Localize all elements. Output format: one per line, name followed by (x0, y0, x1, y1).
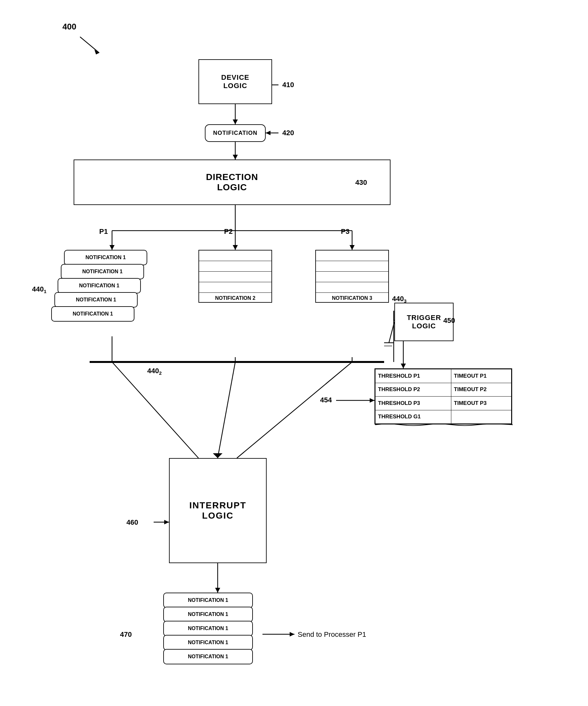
label-440-1: 4401 (32, 285, 46, 294)
svg-line-24 (112, 362, 199, 458)
svg-marker-1 (94, 50, 99, 54)
svg-marker-31 (215, 588, 220, 593)
threshold-table: THRESHOLD P1 TIMEOUT P1 THRESHOLD P2 TIM… (375, 368, 512, 424)
p3-queue-box: NOTIFICATION 3 (315, 250, 389, 303)
threshold-row-3: THRESHOLD P3 TIMEOUT P3 (375, 397, 511, 410)
interrupt-logic-box: INTERRUPT LOGIC (169, 458, 267, 563)
timeout-p3-cell: TIMEOUT P3 (451, 397, 511, 410)
threshold-row-2: THRESHOLD P2 TIMEOUT P2 (375, 383, 511, 397)
svg-marker-29 (164, 520, 169, 524)
threshold-p2-cell: THRESHOLD P2 (375, 383, 451, 397)
out-notif-5: NOTIFICATION 1 (163, 649, 253, 664)
p1-notif-4: NOTIFICATION 1 (54, 292, 138, 308)
svg-marker-27 (213, 453, 222, 458)
send-to-label: Send to Processer P1 (298, 630, 366, 639)
direction-logic-box: DIRECTION LOGIC (74, 160, 390, 205)
label-460: 460 (126, 518, 138, 526)
threshold-p3-cell: THRESHOLD P3 (375, 397, 451, 410)
label-p2: P2 (224, 227, 233, 236)
svg-marker-15 (110, 245, 115, 250)
label-420: 420 (282, 129, 294, 137)
notification-top-box: NOTIFICATION (205, 124, 266, 142)
timeout-p1-cell: TIMEOUT P1 (451, 369, 511, 383)
timeout-p2-cell: TIMEOUT P2 (451, 383, 511, 397)
p1-notification-stack: NOTIFICATION 1 NOTIFICATION 1 NOTIFICATI… (54, 250, 157, 336)
svg-marker-17 (233, 245, 238, 250)
label-454: 454 (320, 396, 332, 404)
svg-line-26 (237, 362, 352, 458)
svg-marker-9 (233, 155, 238, 160)
device-logic-box: DEVICE LOGIC (199, 59, 272, 104)
threshold-g1-empty-cell (451, 410, 511, 424)
label-p3: P3 (341, 227, 349, 236)
threshold-row-4: THRESHOLD G1 (375, 410, 511, 424)
svg-marker-7 (266, 131, 270, 135)
svg-marker-33 (290, 632, 294, 636)
diagram-container: 400 DEVICE LOGIC 410 NOTIFICATION 420 DI… (0, 0, 588, 706)
label-440-2: 4402 (147, 367, 162, 376)
label-400: 400 (62, 22, 76, 32)
out-notif-3: NOTIFICATION 1 (163, 621, 253, 636)
svg-marker-43 (370, 398, 375, 403)
svg-marker-41 (401, 363, 406, 368)
p1-notif-2: NOTIFICATION 1 (61, 264, 144, 279)
threshold-row-1: THRESHOLD P1 TIMEOUT P1 (375, 369, 511, 383)
p1-notif-3: NOTIFICATION 1 (57, 278, 141, 293)
svg-line-25 (218, 362, 235, 458)
label-410: 410 (282, 81, 294, 89)
threshold-g1-cell: THRESHOLD G1 (375, 410, 451, 424)
label-450: 450 (443, 316, 455, 325)
out-notif-1: NOTIFICATION 1 (163, 593, 253, 608)
svg-line-45 (389, 322, 394, 343)
output-notification-stack: NOTIFICATION 1 NOTIFICATION 1 NOTIFICATI… (163, 593, 266, 679)
label-470: 470 (120, 630, 132, 639)
p1-notif-5: NOTIFICATION 1 (51, 306, 134, 322)
svg-marker-19 (349, 245, 355, 250)
p1-notif-1: NOTIFICATION 1 (64, 250, 147, 265)
p2-queue-box: NOTIFICATION 2 (199, 250, 272, 303)
label-430: 430 (355, 179, 367, 187)
label-p1: P1 (99, 227, 108, 236)
out-notif-2: NOTIFICATION 1 (163, 607, 253, 622)
svg-line-0 (80, 37, 99, 53)
svg-marker-3 (233, 119, 238, 124)
out-notif-4: NOTIFICATION 1 (163, 635, 253, 650)
arrows-svg (0, 0, 588, 706)
threshold-p1-cell: THRESHOLD P1 (375, 369, 451, 383)
